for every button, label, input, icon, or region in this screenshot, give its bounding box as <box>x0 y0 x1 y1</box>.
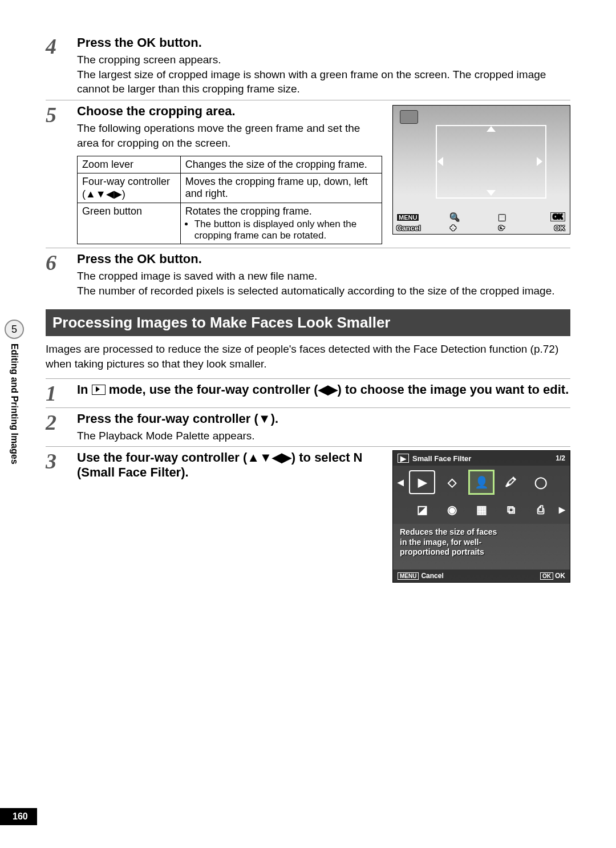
step-number: 4 <box>46 35 77 96</box>
ok-label: OK <box>555 572 565 580</box>
section-header: Processing Images to Make Faces Look Sma… <box>46 309 570 336</box>
palette-description: Reduces the size of faces in the image, … <box>393 524 570 559</box>
step-5: 5 Choose the cropping area. The followin… <box>46 100 570 244</box>
substep-1: 1 In mode, use the four-way controller (… <box>46 378 570 404</box>
nav-right-icon: ▶ <box>557 505 565 514</box>
arrow-left-icon <box>437 157 443 166</box>
text: button. <box>156 252 202 266</box>
step-text: The cropped image is saved with a new fi… <box>77 269 570 284</box>
palette-icon-frame: ◪ <box>409 499 435 520</box>
step-title: Press the four-way controller (▼). <box>77 411 570 426</box>
ok-button-label: OK <box>137 252 156 266</box>
text: Rotates the cropping frame. <box>185 205 312 217</box>
step-text: The following operations move the green … <box>77 121 382 150</box>
step-6: 6 Press the OK button. The cropped image… <box>46 248 570 298</box>
footer-left: MENUCancel <box>398 572 444 580</box>
step-text: The cropping screen appears. <box>77 53 570 67</box>
playback-icon: ▶ <box>398 454 409 463</box>
step-title: Use the four-way controller (▲▼◀▶) to se… <box>77 450 382 480</box>
text: button. <box>156 35 202 50</box>
desc-line: Reduces the size of faces <box>400 527 563 538</box>
cell-control: Green button <box>78 203 181 244</box>
table-row: Four-way controller (▲▼◀▶) Moves the cro… <box>78 173 382 203</box>
ok-button-label: OK <box>137 35 156 50</box>
palette-title: Small Face Filter <box>412 454 471 463</box>
page: 5 Editing and Printing Images 4 Press th… <box>0 0 616 848</box>
desc-line: in the image, for well- <box>400 538 563 548</box>
step-number: 6 <box>46 252 77 298</box>
palette-icon-rotate: ◇ <box>439 471 465 493</box>
step-text: The number of recorded pixels is selecte… <box>77 284 570 298</box>
cell-control: Zoom lever <box>78 156 181 173</box>
table-row: Zoom lever Changes the size of the cropp… <box>78 156 382 173</box>
arrow-right-icon <box>537 157 542 166</box>
zoom-out-icon: 🔍 <box>450 213 459 221</box>
step-text: The largest size of cropped image is sho… <box>77 67 570 96</box>
substep-3: 3 Use the four-way controller (▲▼◀▶) to … <box>46 446 570 583</box>
cancel-label: Cancel <box>396 224 421 232</box>
ok-box-label: OK <box>550 212 565 221</box>
step-title: In mode, use the four-way controller (◀▶… <box>77 382 570 397</box>
palette-icon-grid: ◀ ▶ ◇ 👤 🖍 ◯ ◪ ◉ ▦ ⧉ ⎙ ▶ <box>393 466 570 524</box>
arrow-up-icon <box>487 126 496 132</box>
mode-icon <box>400 110 418 124</box>
text: mode, use the four-way controller (◀▶) t… <box>106 382 569 397</box>
step-4: 4 Press the OK button. The cropping scre… <box>46 32 570 96</box>
rotate-icon: ⟳ <box>499 224 505 232</box>
table-row: Green button Rotates the cropping frame.… <box>78 203 382 244</box>
palette-icon-movie: ▦ <box>468 499 495 520</box>
arrow-down-icon <box>487 190 496 196</box>
palette-icon-ink: 🖍 <box>498 471 524 493</box>
ok-label: OK <box>554 224 566 232</box>
move-icon: ✥ <box>450 224 456 232</box>
step-text: The Playback Mode Palette appears. <box>77 429 570 443</box>
cropping-screen-preview: MENU Cancel 🔍 ✥ ▦ ⟳ OK OK <box>392 105 570 235</box>
text: Press the <box>77 35 137 50</box>
palette-icon-slideshow: ▶ <box>409 470 435 494</box>
cell-control: Four-way controller (▲▼◀▶) <box>78 173 181 203</box>
cell-desc: Changes the size of the cropping frame. <box>180 156 382 173</box>
step-number: 1 <box>46 382 77 404</box>
desc-line: proportioned portraits <box>400 547 563 558</box>
palette-title-bar: ▶ Small Face Filter 1/2 <box>393 451 570 466</box>
step-title: Press the OK button. <box>77 35 570 50</box>
section-intro: Images are processed to reduce the size … <box>46 342 570 371</box>
palette-icon-resize: ⧉ <box>498 499 524 520</box>
step-title: Press the OK button. <box>77 252 570 266</box>
palette-icon-small-face-filter: 👤 <box>468 470 495 495</box>
green-button-icon: ▦ <box>499 213 505 221</box>
menu-label: MENU <box>396 213 419 221</box>
palette-icon-copy: ⎙ <box>528 499 554 520</box>
page-number: 160 <box>0 808 37 825</box>
step-number: 3 <box>46 450 77 583</box>
step-number: 2 <box>46 411 77 443</box>
chapter-number: 5 <box>5 320 24 339</box>
nav-left-icon: ◀ <box>398 478 406 487</box>
footer-right: OKOK <box>540 572 565 580</box>
step-number: 5 <box>46 104 77 244</box>
ok-tag: OK <box>540 572 553 580</box>
cell-desc: Moves the cropping frame up, down, left … <box>180 173 382 203</box>
palette-icon-collage: ◯ <box>528 471 554 493</box>
page-count: 1/2 <box>556 454 565 462</box>
palette-footer: MENUCancel OKOK <box>393 570 570 582</box>
palette-icon-redeye: ◉ <box>439 499 465 520</box>
cell-desc: Rotates the cropping frame. The button i… <box>180 203 382 244</box>
chapter-title: Editing and Printing Images <box>9 344 19 465</box>
sidebar: 5 Editing and Printing Images <box>0 320 29 548</box>
menu-tag: MENU <box>398 572 419 580</box>
palette-screen-preview: ▶ Small Face Filter 1/2 ◀ ▶ ◇ 👤 🖍 ◯ ◪ <box>392 450 570 583</box>
operations-table: Zoom lever Changes the size of the cropp… <box>77 156 382 244</box>
osd-bar: MENU Cancel 🔍 ✥ ▦ ⟳ OK OK <box>393 210 570 234</box>
cancel-label: Cancel <box>421 572 443 580</box>
playback-mode-icon <box>92 385 106 395</box>
text: Press the <box>77 252 137 266</box>
cell-note: The button is displayed only when the cr… <box>194 219 377 241</box>
step-title: Choose the cropping area. <box>77 104 382 119</box>
substep-2: 2 Press the four-way controller (▼). The… <box>46 407 570 443</box>
text: In <box>77 382 92 397</box>
crop-frame <box>436 125 546 199</box>
